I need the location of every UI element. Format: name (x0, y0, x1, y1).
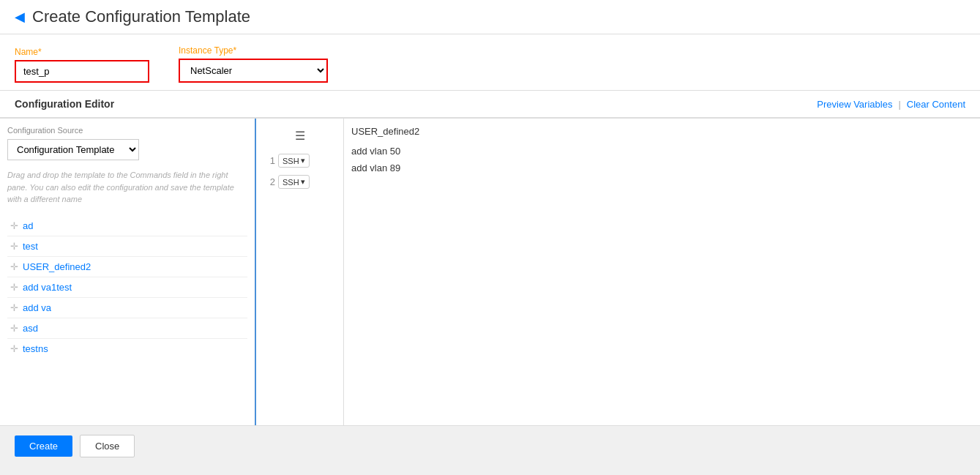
config-editor-title: Configuration Editor (15, 98, 114, 110)
template-name: asd (23, 323, 38, 334)
footer-section: Create Close (0, 425, 980, 466)
header-section: ◀ Create Configuration Template (0, 0, 980, 34)
middle-panel: ☰ 1 SSH▾ 2 SSH▾ (256, 119, 344, 425)
instance-type-label: Instance Type* (179, 45, 328, 56)
clear-content-link[interactable]: Clear Content (907, 99, 965, 110)
command-line-2: add vlan 89 (351, 160, 973, 176)
list-item[interactable]: ✛ asd (7, 318, 247, 339)
list-item[interactable]: ✛ add va (7, 298, 247, 318)
list-item[interactable]: ✛ testns (7, 339, 247, 359)
instance-type-wrapper: NetScaler SDX ADM (179, 59, 328, 83)
template-name: test (23, 241, 38, 252)
page-title: Create Configuration Template (32, 7, 250, 26)
preview-variables-link[interactable]: Preview Variables (817, 99, 892, 110)
template-name: testns (23, 343, 48, 354)
list-item[interactable]: ✛ test (7, 236, 247, 257)
command-line-1: add vlan 50 (351, 143, 973, 160)
cmd-row-2: 2 SSH▾ (256, 171, 343, 192)
create-button[interactable]: Create (15, 435, 72, 457)
template-name: add va1test (23, 282, 72, 293)
ssh-badge-2[interactable]: SSH▾ (278, 175, 310, 189)
menu-icon: ☰ (256, 126, 343, 150)
template-name: add va (23, 302, 51, 313)
name-field: Name* (15, 47, 149, 83)
page-wrapper: ◀ Create Configuration Template Name* In… (0, 0, 980, 475)
dropdown-arrow-icon: ▾ (301, 156, 305, 165)
close-button[interactable]: Close (80, 435, 135, 457)
list-item[interactable]: ✛ add va1test (7, 277, 247, 298)
config-source-label: Configuration Source (7, 126, 247, 135)
ssh-badge-1[interactable]: SSH▾ (278, 154, 310, 168)
template-name: ad (23, 220, 33, 231)
name-input[interactable] (16, 61, 148, 81)
instance-type-field: Instance Type* NetScaler SDX ADM (179, 45, 328, 83)
template-list: ✛ ad ✛ test ✛ USER_defined2 ✛ add va1tes… (7, 216, 247, 359)
config-source-select[interactable]: Configuration Template Custom (7, 139, 139, 160)
name-input-wrapper (15, 60, 149, 83)
list-item[interactable]: ✛ USER_defined2 (7, 257, 247, 277)
name-label: Name* (15, 47, 149, 57)
drag-handle-icon: ✛ (10, 241, 18, 252)
drag-hint: Drag and drop the template to the Comman… (7, 169, 247, 206)
header-links: Preview Variables | Clear Content (817, 99, 965, 110)
link-separator: | (898, 99, 900, 110)
source-dropdown-wrapper: Configuration Template Custom (7, 139, 247, 160)
drag-handle-icon: ✛ (10, 323, 18, 334)
list-item[interactable]: ✛ ad (7, 216, 247, 236)
form-section: Name* Instance Type* NetScaler SDX ADM (0, 34, 980, 91)
right-panel: USER_defined2 add vlan 50 add vlan 89 (344, 119, 980, 425)
editor-container: Configuration Source Configuration Templ… (0, 118, 980, 425)
drag-handle-icon: ✛ (10, 302, 18, 313)
active-template-name: USER_defined2 (351, 126, 973, 137)
back-icon[interactable]: ◀ (15, 9, 25, 25)
row-number: 1 (262, 155, 275, 166)
row-number: 2 (262, 176, 275, 187)
drag-handle-icon: ✛ (10, 343, 18, 354)
cmd-row-1: 1 SSH▾ (256, 150, 343, 171)
config-editor-header: Configuration Editor Preview Variables |… (0, 91, 980, 118)
config-editor-section: Configuration Editor Preview Variables |… (0, 91, 980, 425)
template-name: USER_defined2 (23, 261, 91, 272)
left-panel: Configuration Source Configuration Templ… (0, 119, 256, 425)
drag-handle-icon: ✛ (10, 220, 18, 231)
dropdown-arrow-icon: ▾ (301, 177, 305, 187)
drag-handle-icon: ✛ (10, 282, 18, 293)
drag-handle-icon: ✛ (10, 261, 18, 272)
instance-type-select[interactable]: NetScaler SDX ADM (180, 60, 326, 81)
